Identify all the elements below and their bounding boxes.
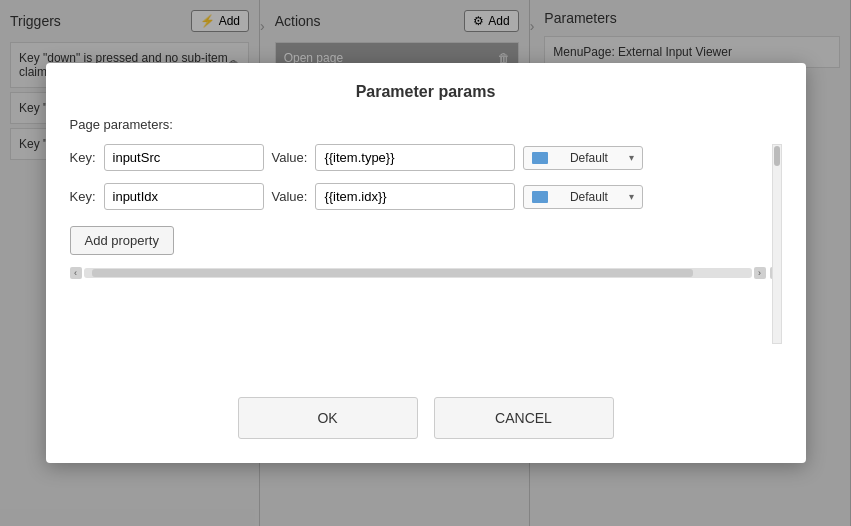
locale-label-2: Default [570,190,608,204]
horizontal-scroll-row: ‹ › » [70,267,782,279]
param-row-1: Key: Value: Default ▾ [70,144,782,171]
param-row-2: Key: Value: Default ▾ [70,183,782,210]
key-input-2[interactable] [104,183,264,210]
vertical-scrollbar-thumb[interactable] [774,146,780,166]
vertical-scrollbar-track[interactable] [772,144,782,344]
value-label-2: Value: [272,189,308,204]
locale-select-2[interactable]: Default ▾ [523,185,643,209]
locale-select-1[interactable]: Default ▾ [523,146,643,170]
chevron-down-icon-1: ▾ [629,152,634,163]
locale-label-1: Default [570,151,608,165]
modal-overlay: Parameter params Page parameters: Key: V… [0,0,851,526]
cancel-button[interactable]: CANCEL [434,397,614,439]
locale-flag-2 [532,191,548,203]
scroll-right-arrow[interactable]: › [754,267,766,279]
locale-flag-1 [532,152,548,164]
value-input-2[interactable] [315,183,515,210]
modal-dialog: Parameter params Page parameters: Key: V… [46,63,806,463]
scroll-left-arrow[interactable]: ‹ [70,267,82,279]
h-scrollbar-thumb[interactable] [92,269,693,277]
section-label: Page parameters: [70,117,782,132]
value-input-1[interactable] [315,144,515,171]
add-property-button[interactable]: Add property [70,226,174,255]
ok-button[interactable]: OK [238,397,418,439]
key-input-1[interactable] [104,144,264,171]
modal-footer: OK CANCEL [70,397,782,439]
modal-content: Key: Value: Default ▾ Key: Value: [70,144,782,377]
key-label-1: Key: [70,150,96,165]
value-label-1: Value: [272,150,308,165]
key-label-2: Key: [70,189,96,204]
chevron-down-icon-2: ▾ [629,191,634,202]
modal-title: Parameter params [70,83,782,101]
